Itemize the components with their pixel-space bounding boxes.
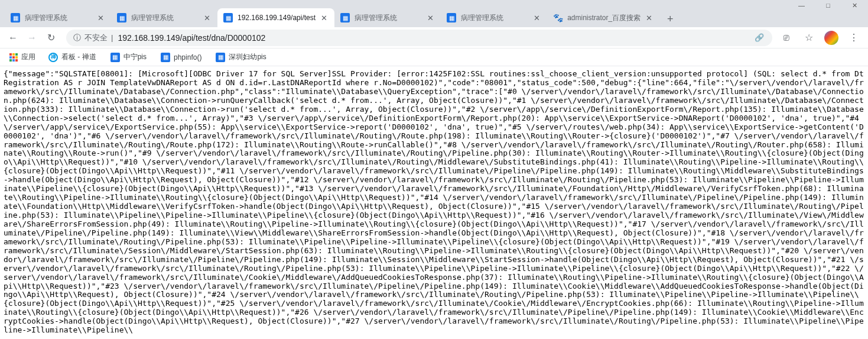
tab-3[interactable]: ▦ 病理管理系统 ✕	[334, 8, 441, 27]
window-controls: — □ ✕	[0, 0, 868, 6]
info-icon: ⓘ	[73, 33, 81, 43]
avatar[interactable]	[824, 31, 838, 45]
bookmark-zhongning[interactable]: ▦ 中宁pis	[105, 50, 152, 64]
tab-2[interactable]: ▦ 192.168.199.149/api/test ✕	[217, 8, 334, 27]
security-text: 不安全	[84, 33, 108, 43]
translate-icon[interactable]: ⎚	[779, 31, 794, 45]
address-bar: ← → ↻ ⓘ 不安全 | 192.168.199.149/api/test/d…	[0, 27, 868, 49]
menu-icon[interactable]: ⋮	[847, 31, 861, 45]
close-icon[interactable]: ✕	[644, 13, 654, 22]
apps-button[interactable]: 应用	[5, 50, 40, 64]
back-button[interactable]: ←	[5, 30, 21, 46]
window-maximize-button[interactable]: □	[815, 0, 841, 14]
tab-0[interactable]: ▦ 病理管理系统 ✕	[5, 8, 111, 27]
tab-title: 病理管理系统	[131, 13, 199, 23]
tab-title: 病理管理系统	[25, 13, 92, 23]
grid-icon: ▦	[117, 13, 126, 22]
url-text: 192.168.199.149/api/test/dna/D0000102	[118, 33, 265, 43]
bookmark-label: 中宁pis	[123, 52, 147, 62]
grid-icon: ▦	[216, 53, 225, 62]
close-icon[interactable]: ✕	[319, 13, 329, 22]
bookmark-label: phpinfo()	[174, 53, 201, 62]
zentao-icon: 禅	[48, 53, 58, 62]
star-icon[interactable]: ☆	[802, 31, 816, 45]
apps-label: 应用	[21, 52, 35, 62]
reload-button[interactable]: ↻	[43, 30, 59, 46]
close-icon[interactable]: ✕	[425, 13, 435, 22]
grid-icon: ▦	[161, 53, 170, 62]
security-indicator[interactable]: ⓘ 不安全 |	[73, 33, 113, 43]
grid-icon: ▦	[340, 13, 350, 22]
bookmark-label: 看板 - 禅道	[61, 52, 96, 62]
bookmark-label: 深圳妇幼pis	[229, 52, 266, 62]
tab-4[interactable]: ▦ 病理管理系统 ✕	[441, 8, 547, 27]
grid-icon: ▦	[223, 13, 233, 22]
bookmark-szfy[interactable]: ▦ 深圳妇幼pis	[210, 50, 272, 64]
page-body: {"message":"SQLSTATE[08001]: [Microsoft]…	[0, 66, 868, 338]
tab-title: 病理管理系统	[355, 13, 422, 23]
new-tab-button[interactable]: +	[662, 11, 678, 27]
tab-title: 病理管理系统	[461, 13, 528, 23]
grid-icon: ▦	[11, 13, 20, 22]
close-icon[interactable]: ✕	[96, 13, 105, 22]
bookmarks-bar: 应用 禅 看板 - 禅道 ▦ 中宁pis ▦ phpinfo() ▦ 深圳妇幼p…	[0, 49, 868, 66]
window-minimize-button[interactable]: —	[788, 0, 815, 14]
window-close-button[interactable]: ✕	[841, 0, 868, 14]
bookmark-page-icon[interactable]: 🔗	[755, 33, 764, 42]
bookmark-zentao[interactable]: 禅 看板 - 禅道	[43, 50, 102, 64]
close-icon[interactable]: ✕	[202, 13, 212, 22]
apps-grid-icon	[9, 53, 18, 62]
tab-5[interactable]: 🐾 administrator_百度搜索 ✕	[547, 8, 659, 27]
tab-1[interactable]: ▦ 病理管理系统 ✕	[111, 8, 217, 27]
bookmark-phpinfo[interactable]: ▦ phpinfo()	[155, 50, 207, 64]
grid-icon: ▦	[110, 53, 120, 62]
close-icon[interactable]: ✕	[532, 13, 541, 22]
url-input[interactable]: ⓘ 不安全 | 192.168.199.149/api/test/dna/D00…	[66, 30, 772, 46]
tab-title: administrator_百度搜索	[567, 13, 641, 23]
tab-title: 192.168.199.149/api/test	[238, 14, 316, 22]
security-divider: |	[111, 33, 113, 42]
forward-button[interactable]: →	[24, 30, 40, 46]
baidu-icon: 🐾	[553, 13, 563, 22]
tab-bar: ▦ 病理管理系统 ✕ ▦ 病理管理系统 ✕ ▦ 192.168.199.149/…	[0, 6, 868, 27]
grid-icon: ▦	[447, 13, 456, 22]
toolbar-trailing: ⎚ ☆ ⋮	[779, 31, 863, 45]
